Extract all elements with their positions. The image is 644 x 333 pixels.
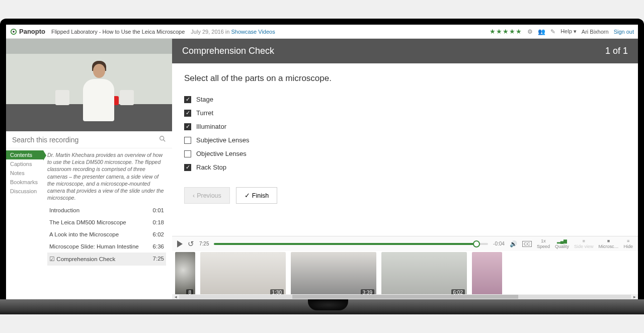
speed-control[interactable]: 1xSpeed	[537, 238, 550, 249]
option-label: Turret	[196, 109, 213, 117]
tab-discussion[interactable]: Discussion	[6, 187, 43, 196]
video-title: Flipped Laboratory - How to Use the Leic…	[51, 29, 185, 35]
quiz-progress: 1 of 1	[605, 46, 628, 56]
gear-icon[interactable]: ⚙	[527, 28, 533, 35]
microscope-control[interactable]: ■Microsc…	[598, 238, 618, 249]
chapter-row[interactable]: Introduction0:01	[47, 204, 166, 216]
progress-handle[interactable]	[473, 240, 480, 247]
left-panel: Contents Captions Notes Bookmarks Discus…	[6, 39, 172, 299]
quiz-title: Comprehension Check	[182, 46, 274, 56]
hide-icon: ≡	[627, 238, 629, 243]
chapter-row[interactable]: Comprehension Check7:25	[47, 253, 166, 266]
right-panel: Comprehension Check 1 of 1 Select all of…	[172, 39, 638, 299]
video-date: July 29, 2016 in Showcase Videos	[191, 29, 275, 35]
cc-icon[interactable]: CC	[522, 241, 532, 247]
option-label: Subjective Lenses	[196, 136, 250, 144]
finish-button[interactable]: ✓ Finish	[236, 187, 277, 204]
tab-bookmarks[interactable]: Bookmarks	[6, 178, 43, 187]
quiz-option[interactable]: ✓Turret	[184, 106, 626, 120]
brand-logo[interactable]: Panopto	[10, 28, 45, 35]
quiz-option[interactable]: Objective Lenses	[184, 147, 626, 160]
progress-bar[interactable]	[214, 243, 488, 245]
scroll-left-icon[interactable]: ◂	[172, 294, 179, 299]
chapter-row[interactable]: A Look into the Microscope6:02	[47, 228, 166, 240]
option-label: Stage	[196, 96, 213, 103]
checkbox[interactable]	[184, 137, 191, 144]
quiz-option[interactable]: ✓Illuminator	[184, 120, 626, 133]
check-icon: ✓	[245, 192, 250, 199]
thumbnail[interactable]: 6:02	[381, 252, 467, 297]
svg-line-3	[164, 140, 166, 142]
showcase-link[interactable]: Showcase Videos	[231, 29, 275, 35]
quiz-option[interactable]: ✓Rack Stop	[184, 160, 626, 174]
presenter-video[interactable]	[6, 39, 172, 131]
thumbnail-strip: 8 1:30 3:39 6:02 ◂ ▸	[172, 251, 638, 299]
remaining-time: -0:04	[493, 241, 505, 246]
option-label: Rack Stop	[196, 163, 226, 171]
quiz-question: Select all of the parts on a microscope.	[184, 73, 626, 84]
thumbnail[interactable]: 3:39	[291, 252, 376, 297]
scroll-right-icon[interactable]: ▸	[631, 294, 638, 299]
user-name: Ari Bixhorn	[582, 29, 609, 35]
current-time: 7:25	[199, 241, 209, 246]
search-icon[interactable]	[159, 135, 166, 144]
play-button[interactable]	[177, 240, 183, 247]
quiz-option[interactable]: ✓Stage	[184, 93, 626, 106]
chapter-row[interactable]: Microscope Slide: Human Intestine6:36	[47, 240, 166, 253]
option-label: Illuminator	[196, 123, 226, 130]
checkbox[interactable]: ✓	[184, 96, 191, 103]
thumbnail[interactable]: 8	[175, 252, 195, 297]
signout-link[interactable]: Sign out	[614, 29, 634, 35]
rewind-button[interactable]: ↺	[188, 239, 194, 248]
camera-icon: ■	[583, 238, 585, 243]
edit-icon[interactable]: ✎	[550, 28, 555, 35]
rating-stars[interactable]: ★★★★★	[490, 28, 522, 35]
chevron-left-icon: ‹	[193, 192, 195, 199]
quiz-header: Comprehension Check 1 of 1	[172, 39, 638, 63]
panopto-icon	[10, 28, 17, 35]
thumbnail-scrollbar[interactable]: ◂ ▸	[172, 294, 638, 299]
share-icon[interactable]: 👥	[538, 28, 545, 35]
search-input[interactable]	[12, 136, 159, 144]
tab-contents[interactable]: Contents	[6, 150, 43, 159]
tab-captions[interactable]: Captions	[6, 159, 43, 169]
volume-icon[interactable]: 🔊	[510, 240, 517, 247]
player-bar: ↺ 7:25 -0:04 🔊 CC 1xSpeed ▂▄▆Quality ■Si…	[172, 236, 638, 251]
svg-point-1	[13, 31, 15, 33]
checkbox[interactable]: ✓	[184, 123, 191, 130]
thumbnail[interactable]: 1:30	[200, 252, 286, 297]
checkbox[interactable]: ✓	[184, 110, 191, 117]
top-bar: Panopto Flipped Laboratory - How to Use …	[6, 25, 638, 39]
sidebar-tabs: Contents Captions Notes Bookmarks Discus…	[6, 148, 43, 266]
quiz-option[interactable]: Subjective Lenses	[184, 133, 626, 147]
help-menu[interactable]: Help ▾	[560, 28, 577, 35]
hide-control[interactable]: ≡Hide	[623, 238, 633, 249]
camera-icon: ■	[607, 238, 610, 243]
option-label: Objective Lenses	[196, 150, 247, 157]
svg-point-2	[160, 136, 164, 140]
quality-icon: ▂▄▆	[557, 238, 567, 243]
video-description: Dr. Martin Khechara provides an overview…	[47, 151, 166, 201]
quality-control[interactable]: ▂▄▆Quality	[555, 238, 569, 249]
chapter-row[interactable]: The Leica DM500 Microscope0:18	[47, 216, 166, 228]
checkbox[interactable]: ✓	[184, 164, 191, 171]
checkbox[interactable]	[184, 150, 191, 157]
thumbnail[interactable]	[472, 252, 502, 297]
sideview-control[interactable]: ■Side view	[574, 238, 594, 249]
brand-name: Panopto	[19, 28, 45, 35]
previous-button: ‹ Previous	[184, 187, 230, 204]
lab-scene	[6, 39, 172, 131]
tab-notes[interactable]: Notes	[6, 169, 43, 178]
